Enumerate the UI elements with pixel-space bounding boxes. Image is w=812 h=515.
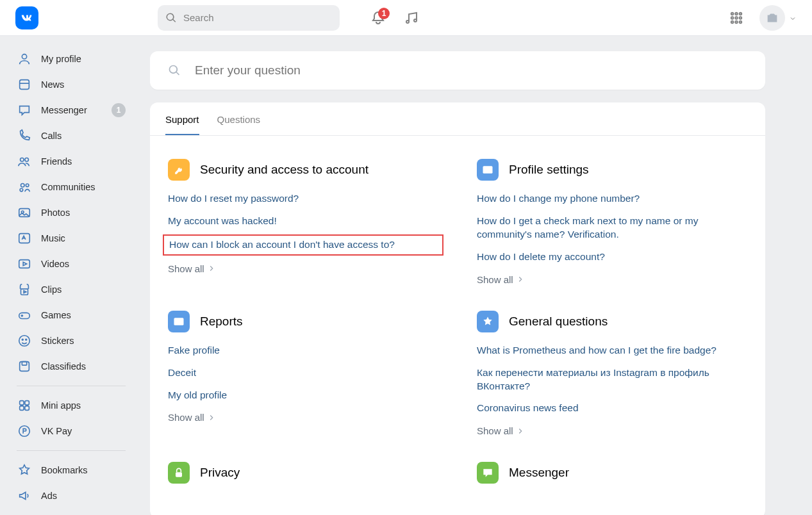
tabs: Support Questions	[150, 102, 765, 136]
tab-questions[interactable]: Questions	[217, 102, 261, 135]
svg-rect-27	[20, 401, 24, 405]
svg-point-13	[25, 158, 28, 162]
chevron-down-icon	[789, 14, 797, 22]
svg-rect-20	[19, 260, 30, 268]
svg-rect-38	[176, 319, 178, 321]
sidebar-item-label: Videos	[41, 259, 69, 269]
sidebar-item-label: Bookmarks	[41, 465, 88, 475]
tab-support[interactable]: Support	[165, 102, 199, 135]
svg-point-7	[735, 20, 738, 23]
search-icon	[165, 12, 177, 24]
sidebar-item-stickers[interactable]: Stickers	[13, 328, 129, 354]
show-all-link[interactable]: Show all	[477, 274, 747, 285]
section: General questionsWhat is Prometheus and …	[477, 311, 747, 437]
music-button[interactable]	[399, 5, 424, 31]
help-link[interactable]: Coronavirus news feed	[477, 402, 747, 415]
videos-icon	[17, 256, 32, 272]
svg-point-10	[22, 54, 26, 59]
sidebar-item-miniapps[interactable]: Mini apps	[13, 393, 129, 418]
sidebar-item-profile[interactable]: My profile	[13, 46, 129, 72]
sidebar-item-label: Stickers	[41, 336, 74, 346]
section: ReportsFake profileDeceitMy old profileS…	[168, 311, 438, 437]
sidebar-item-label: Photos	[41, 208, 70, 218]
sidebar-item-label: Classifieds	[41, 361, 86, 372]
show-all-link[interactable]: Show all	[477, 425, 747, 436]
help-link[interactable]: How do I change my phone number?	[477, 192, 747, 206]
section-links: Fake profileDeceitMy old profileShow all	[168, 344, 438, 423]
sidebar-item-classifieds[interactable]: Classifieds	[13, 354, 129, 379]
help-link[interactable]: How do I delete my account?	[477, 250, 747, 264]
sidebar-item-label: VK Pay	[41, 426, 72, 436]
svg-point-15	[26, 184, 29, 187]
vk-logo[interactable]	[15, 6, 38, 29]
svg-point-0	[731, 12, 734, 15]
section-title: Profile settings	[509, 163, 589, 177]
help-link[interactable]: My old profile	[168, 389, 438, 402]
apps-grid-button[interactable]	[724, 5, 749, 31]
sidebar-item-videos[interactable]: Videos	[13, 251, 129, 277]
section-header: Profile settings	[477, 159, 747, 181]
section-links: How do I reset my password?My account wa…	[168, 192, 438, 274]
sidebar-item-clips[interactable]: Clips	[13, 277, 129, 302]
sidebar-item-games[interactable]: Games	[13, 302, 129, 328]
sidebar-item-label: Music	[41, 233, 65, 243]
help-link[interactable]: How do I reset my password?	[168, 192, 438, 206]
bookmarks-icon	[17, 462, 32, 478]
help-link[interactable]: What is Prometheus and how can I get the…	[477, 344, 747, 357]
sidebar-item-music[interactable]: Music	[13, 225, 129, 251]
profile-menu[interactable]	[759, 5, 797, 31]
section: Messenger	[477, 462, 747, 495]
sidebar-item-label: Messenger	[41, 105, 87, 115]
sidebar-item-photos[interactable]: Photos	[13, 200, 129, 225]
sidebar-item-bookmarks[interactable]: Bookmarks	[13, 457, 129, 483]
show-all-link[interactable]: Show all	[168, 263, 438, 274]
sidebar-item-label: Clips	[41, 284, 62, 295]
svg-rect-39	[176, 322, 182, 323]
sidebar-badge: 1	[112, 103, 126, 117]
sidebar: My profileNewsMessenger1CallsFriendsComm…	[0, 36, 135, 515]
section-links: What is Prometheus and how can I get the…	[477, 344, 747, 437]
miniapps-icon	[17, 398, 32, 413]
chevron-right-icon	[207, 413, 216, 422]
sidebar-item-news[interactable]: News	[13, 72, 129, 97]
sidebar-item-ads[interactable]: Ads	[13, 483, 129, 509]
calls-icon	[17, 128, 32, 143]
header-search-placeholder: Search	[183, 12, 214, 23]
help-link[interactable]: Fake profile	[168, 344, 438, 357]
music-icon	[404, 10, 419, 26]
sidebar-item-vkpay[interactable]: VK Pay	[13, 418, 129, 444]
chevron-right-icon	[207, 264, 216, 273]
sidebar-item-messenger[interactable]: Messenger1	[13, 97, 129, 123]
lock-icon	[168, 462, 190, 484]
sidebar-item-communities[interactable]: Communities	[13, 174, 129, 200]
star-icon	[477, 311, 499, 332]
friends-icon	[17, 154, 32, 169]
svg-point-9	[770, 16, 774, 20]
help-link[interactable]: My account was hacked!	[168, 215, 438, 228]
stickers-icon	[17, 333, 32, 348]
help-link[interactable]: How do I get a check mark next to my nam…	[477, 215, 747, 241]
svg-point-23	[22, 339, 23, 340]
ask-question-input[interactable]	[194, 63, 747, 78]
show-all-link[interactable]: Show all	[168, 412, 438, 423]
sidebar-item-label: Communities	[41, 182, 95, 192]
svg-rect-21	[19, 313, 30, 318]
chevron-right-icon	[516, 427, 525, 436]
main-content: Support Questions Security and access to…	[135, 36, 788, 515]
sidebar-divider	[17, 450, 126, 451]
sidebar-item-calls[interactable]: Calls	[13, 123, 129, 149]
help-link[interactable]: Как перенести материалы из Instagram в п…	[477, 366, 747, 393]
svg-rect-36	[485, 172, 489, 172]
section: Profile settingsHow do I change my phone…	[477, 159, 747, 285]
sidebar-item-friends[interactable]: Friends	[13, 149, 129, 174]
ask-question-box[interactable]	[150, 51, 765, 90]
sidebar-item-label: My profile	[41, 54, 81, 64]
help-link[interactable]: Deceit	[168, 366, 438, 380]
help-link[interactable]: How can I block an account I don't have …	[163, 234, 443, 256]
svg-point-8	[740, 20, 742, 23]
section-title: Privacy	[200, 466, 240, 480]
svg-point-6	[731, 20, 734, 23]
notifications-button[interactable]: 1	[365, 5, 391, 31]
section-header: Messenger	[477, 462, 747, 484]
header-search[interactable]: Search	[158, 5, 340, 31]
